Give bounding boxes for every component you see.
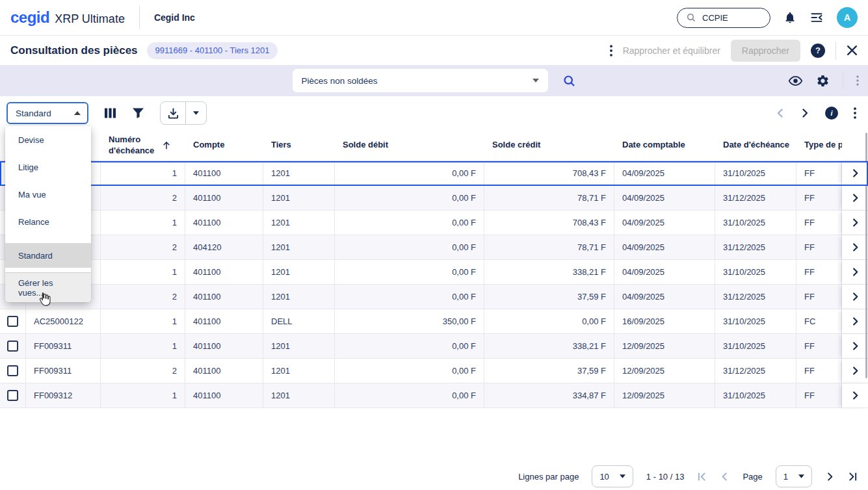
cell-compte: 404120 — [185, 235, 263, 260]
table-row[interactable]: FF009312 1 401100 1201 0,00 F 334,87 F 1… — [0, 383, 868, 408]
reconcile-button[interactable]: Rapprocher — [731, 40, 800, 62]
page-label: Page — [743, 472, 762, 482]
header-solde-credit[interactable]: Solde crédit — [484, 140, 614, 151]
table-row[interactable]: 1 401100 1201 0,00 F 708,43 F 04/09/2025… — [0, 211, 868, 235]
previous-record-icon[interactable] — [776, 109, 785, 118]
view-select[interactable]: Standard — [7, 102, 88, 124]
results-table: Numéro d'échéance Compte Tiers Solde déb… — [0, 130, 868, 408]
cell-tiers: 1201 — [263, 383, 335, 408]
filter-funnel-icon[interactable] — [132, 107, 144, 119]
toolbar-kebab-menu-icon[interactable] — [854, 107, 856, 119]
view-menu-item[interactable]: Devise — [5, 126, 91, 153]
pagination-bar: Lignes par page 10 1 - 10 / 13 Page 1 — [0, 463, 868, 490]
cell-compte: 401100 — [185, 334, 263, 359]
header-tiers[interactable]: Tiers — [263, 140, 335, 151]
cell-type-piece: FC — [796, 309, 842, 334]
row-checkbox[interactable] — [7, 341, 18, 352]
chevron-down-icon — [533, 79, 539, 83]
view-menu-item[interactable]: Ma vue — [5, 181, 91, 208]
row-expand-button[interactable] — [842, 383, 868, 408]
reconcile-balance-button[interactable]: Rapprocher et équilibrer — [623, 45, 720, 56]
columns-icon[interactable] — [104, 107, 116, 119]
cell-solde-credit: 37,59 F — [484, 359, 614, 383]
cell-type-piece: FF — [796, 383, 842, 408]
view-menu-item-selected[interactable]: Standard — [5, 243, 91, 268]
cell-compte: 401100 — [185, 359, 263, 383]
row-expand-button[interactable] — [842, 359, 868, 383]
cell-date-echeance: 31/10/2025 — [715, 383, 796, 408]
filterbar-kebab-menu-icon[interactable] — [856, 75, 859, 86]
cell-date-echeance: 31/10/2025 — [715, 334, 796, 359]
cell-type-piece: FF — [796, 285, 842, 309]
table-row[interactable]: 1 401100 1201 0,00 F 338,21 F 04/09/2025… — [0, 260, 868, 285]
view-menu-item[interactable]: Relance — [5, 208, 91, 235]
first-page-icon[interactable] — [697, 472, 707, 482]
table-row[interactable]: FF009311 1 401100 1201 0,00 F 338,21 F 1… — [0, 334, 868, 359]
table-body: 1 401100 1201 0,00 F 708,43 F 04/09/2025… — [0, 161, 868, 408]
run-search-icon[interactable] — [562, 74, 576, 88]
info-icon[interactable]: i — [825, 107, 838, 120]
header-compte[interactable]: Compte — [185, 140, 263, 151]
view-menu-item[interactable]: Litige — [5, 153, 91, 181]
table-row[interactable]: 2 401100 1201 0,00 F 78,71 F 04/09/2025 … — [0, 186, 868, 211]
row-expand-button[interactable] — [842, 309, 868, 334]
cell-type-piece: FF — [796, 260, 842, 285]
next-record-icon[interactable] — [800, 109, 809, 118]
previous-page-icon[interactable] — [720, 472, 730, 482]
next-page-icon[interactable] — [825, 472, 835, 482]
header-date-echeance[interactable]: Date d'échéance — [715, 140, 796, 151]
notifications-bell-icon[interactable] — [783, 11, 796, 24]
table-row[interactable]: AC25000122 1 401100 DELL 350,00 F 0,00 F… — [0, 309, 868, 334]
header-solde-debit[interactable]: Solde débit — [335, 140, 484, 151]
row-expand-button[interactable] — [842, 285, 868, 309]
app-logo: cegid XRP Ultimate — [10, 8, 125, 27]
cell-solde-credit: 0,00 F — [484, 309, 614, 334]
user-avatar[interactable]: A — [837, 7, 858, 28]
table-row[interactable]: 2 404120 1201 0,00 F 78,71 F 04/09/2025 … — [0, 235, 868, 260]
sort-ascending-icon[interactable] — [162, 140, 171, 150]
view-menu-manage-views[interactable]: Gérer les vues... — [5, 272, 91, 302]
cell-solde-debit: 0,00 F — [335, 334, 484, 359]
header-numero-echeance[interactable]: Numéro d'échéance — [101, 135, 185, 157]
row-checkbox[interactable] — [7, 316, 18, 327]
close-icon[interactable] — [847, 45, 858, 56]
row-expand-button[interactable] — [842, 161, 868, 186]
header-type-piece[interactable]: Type de pièce — [796, 140, 842, 151]
cell-compte: 401100 — [185, 285, 263, 309]
help-icon[interactable]: ? — [811, 44, 825, 58]
gear-icon[interactable] — [816, 74, 830, 88]
cell-numero-echeance: 1 — [101, 260, 185, 285]
row-checkbox[interactable] — [7, 365, 18, 376]
table-row[interactable]: 2 401100 1201 0,00 F 37,59 F 04/09/2025 … — [0, 285, 868, 309]
collapse-menu-icon[interactable] — [809, 11, 824, 24]
row-expand-button[interactable] — [842, 334, 868, 359]
rows-per-page-select[interactable]: 10 — [592, 465, 633, 487]
cell-type-piece: FF — [796, 334, 842, 359]
row-expand-button[interactable] — [842, 260, 868, 285]
cell-date-echeance: 31/10/2025 — [715, 211, 796, 235]
table-row[interactable]: 1 401100 1201 0,00 F 708,43 F 04/09/2025… — [0, 161, 868, 186]
title-bar: Consultation des pièces 9911669 - 401100… — [0, 36, 868, 65]
last-page-icon[interactable] — [848, 472, 858, 482]
logo-brand: cegid — [10, 8, 49, 27]
range-indicator: 1 - 10 / 13 — [646, 472, 685, 482]
page-select[interactable]: 1 — [776, 465, 812, 487]
eye-icon[interactable] — [788, 75, 803, 87]
logo-product: XRP Ultimate — [55, 12, 125, 26]
table-row[interactable]: FF009311 2 401100 1201 0,00 F 37,59 F 12… — [0, 359, 868, 383]
title-kebab-menu-icon[interactable] — [610, 45, 612, 57]
filter-select[interactable]: Pièces non soldées — [293, 69, 548, 92]
row-checkbox[interactable] — [7, 390, 18, 401]
view-menu: DeviseLitigeMa vueRelance Standard Gérer… — [5, 126, 91, 302]
row-expand-button[interactable] — [842, 235, 868, 260]
global-search-input[interactable]: CCPIE — [677, 8, 770, 28]
row-expand-button[interactable] — [842, 186, 868, 211]
cell-date-comptable: 04/09/2025 — [614, 211, 715, 235]
cell-numero-echeance: 1 — [101, 309, 185, 334]
download-icon[interactable] — [161, 102, 185, 124]
export-options-chevron-icon[interactable] — [185, 102, 206, 124]
cell-solde-credit: 37,59 F — [484, 285, 614, 309]
header-date-comptable[interactable]: Date comptable — [614, 140, 715, 151]
cell-tiers: 1201 — [263, 285, 335, 309]
row-expand-button[interactable] — [842, 211, 868, 235]
